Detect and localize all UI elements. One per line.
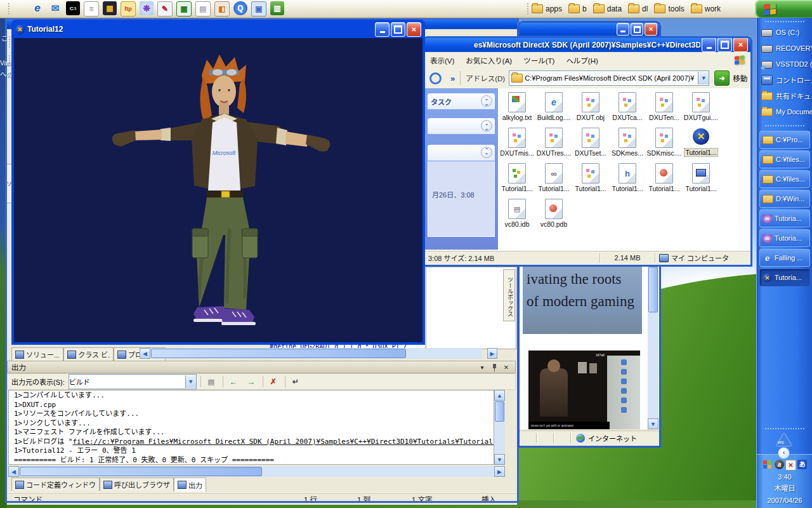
file-item[interactable]: BuildLog....	[536, 92, 572, 128]
scroll-thumb[interactable]	[151, 349, 406, 358]
file-item[interactable]: DXUTmis...	[499, 128, 535, 163]
explorer-titlebar[interactable]: es¥Microsoft DirectX SDK (April 2007)¥Sa…	[424, 37, 750, 52]
quick-launch-icon[interactable]: ✉	[48, 1, 62, 15]
file-item[interactable]: alkylog.txt	[499, 92, 535, 128]
quick-launch-icon[interactable]: Q	[233, 1, 247, 15]
taskbar-window-button[interactable]: C:¥files...	[759, 150, 810, 168]
output-vertical-scrollbar[interactable]: ▲ ▼	[494, 390, 505, 465]
quick-launch-icon[interactable]: ❋	[140, 1, 154, 15]
vs-tool-window-tab[interactable]: クラス ビ.	[63, 347, 114, 361]
toolbar-overflow-chevron[interactable]: »	[450, 74, 455, 83]
scroll-up-arrow[interactable]: ▲	[494, 390, 505, 401]
toolbar-grip[interactable]	[527, 3, 529, 15]
close-icon[interactable]: ✕	[501, 363, 511, 372]
vs-toolbox-tab[interactable]: ツールボックス	[503, 269, 515, 321]
menu-item[interactable]: 表示(V)	[424, 55, 460, 65]
page-video-thumbnail[interactable]: 187a6 times isn't yet with or animator	[528, 351, 640, 429]
output-log-text[interactable]: 1>コンパイルしています... 1>DXUT.cpp 1>リソースをコンパイルし…	[8, 390, 494, 465]
quick-launch-icon[interactable]: ▦	[176, 1, 192, 17]
scroll-left-arrow[interactable]: ◀	[140, 348, 150, 359]
file-item[interactable]: Tutorial1...	[610, 163, 645, 199]
taskbar-grip[interactable]	[764, 124, 805, 127]
taskbar-window-button[interactable]: Tutoria...	[759, 269, 810, 286]
chevron-double-down-icon[interactable]: ⌄⌄	[481, 120, 492, 131]
file-item[interactable]: Tutorial1...	[683, 128, 719, 163]
window-position-icon[interactable]: ▾	[477, 363, 487, 372]
chevron-double-down-icon[interactable]: ⌄⌄	[481, 95, 492, 107]
a-service-tray-icon[interactable]: a	[775, 460, 784, 469]
clear-all-icon[interactable]: ✗	[266, 375, 281, 389]
task-pane-header[interactable]: タスク ⌄⌄	[428, 93, 495, 109]
desktop-toolbar-item[interactable]: RECOVERY	[757, 40, 812, 56]
taskbar-window-button[interactable]: D:¥Win...	[759, 190, 810, 208]
scroll-thumb[interactable]	[648, 267, 658, 312]
taskbar-window-button[interactable]: Tutoria...	[759, 229, 810, 247]
taskbar-window-button[interactable]: C:¥Pro...	[759, 131, 810, 149]
auto-hide-pin-icon[interactable]	[489, 363, 499, 372]
task-pane-header[interactable]: ⌃⌃	[428, 145, 495, 161]
tray-collapse-chevron[interactable]: ‹	[778, 447, 790, 459]
address-bar[interactable]: ▼	[509, 70, 709, 86]
close-button[interactable]: ✕	[733, 37, 748, 52]
find-message-icon[interactable]: ▤	[204, 375, 219, 389]
file-item[interactable]: vc80.pdb	[536, 199, 572, 234]
chevron-double-up-icon[interactable]: ⌃⌃	[481, 147, 492, 158]
minimize-button[interactable]	[617, 23, 629, 36]
windows-update-tray-icon[interactable]	[763, 460, 773, 471]
address-input[interactable]	[525, 74, 698, 82]
quick-launch-icon[interactable]: ftp	[121, 1, 136, 17]
taskbar-grip[interactable]	[764, 20, 805, 23]
desktop-toolbar-item[interactable]: 共有ドキュメン	[757, 88, 812, 104]
folder-shortcut[interactable]: data	[593, 4, 622, 13]
ime-hiragana-tray-icon[interactable]: あ	[797, 460, 807, 469]
toolbar-grip[interactable]	[8, 3, 10, 15]
previous-message-icon[interactable]: ←	[226, 375, 241, 389]
close-button[interactable]: ✕	[645, 23, 657, 36]
output-source-value[interactable]	[69, 378, 185, 385]
maximize-button[interactable]	[717, 37, 732, 52]
taskbar-window-button[interactable]: C:¥files...	[759, 170, 810, 188]
vs-bottom-tab[interactable]: 呼び出しブラウザ	[100, 478, 174, 491]
vs-bottom-tab[interactable]: コード定義ウィンドウ	[11, 478, 100, 491]
ime-caps-tray-icon[interactable]: ✕	[785, 460, 796, 471]
file-item[interactable]: DXUTen...	[646, 92, 682, 128]
maximize-button[interactable]	[391, 22, 405, 37]
desktop-toolbar-item[interactable]: コントロール パ	[757, 72, 812, 88]
quick-launch-icon[interactable]: ▦	[103, 1, 117, 15]
quick-launch-icon[interactable]: C:\	[66, 1, 80, 15]
minimize-button[interactable]	[375, 22, 390, 37]
taskbar-window-button[interactable]: Tutoria...	[759, 210, 810, 227]
editor-horizontal-scrollbar[interactable]: ◀	[140, 348, 482, 359]
folder-shortcut[interactable]: apps	[532, 4, 562, 13]
taskbar-window-button[interactable]: Falling ...	[759, 249, 810, 267]
scroll-down-arrow[interactable]: ▼	[494, 454, 505, 465]
scroll-down-arrow[interactable]: ▼	[648, 418, 658, 429]
file-item[interactable]: SDKmes...	[610, 128, 645, 163]
minimize-button[interactable]	[702, 37, 716, 52]
menu-item[interactable]: お気に入り(A)	[460, 55, 518, 65]
close-button[interactable]: ✕	[407, 22, 421, 37]
scroll-thumb[interactable]	[20, 467, 262, 476]
next-message-icon[interactable]: →	[244, 375, 259, 389]
file-item[interactable]: Tutorial1...	[646, 163, 682, 199]
desktop-toolbar-item[interactable]: My Documen	[757, 104, 812, 119]
browser-titlebar[interactable]: ✕	[520, 22, 659, 36]
file-item[interactable]: Tutorial1...	[499, 163, 535, 199]
folder-shortcut[interactable]: b	[568, 4, 587, 13]
file-item[interactable]: SDKmisc....	[646, 128, 682, 163]
quick-launch-icon[interactable]: e	[30, 1, 44, 15]
file-item[interactable]: vc80.idb	[499, 199, 535, 234]
file-item[interactable]: DXUTgui....	[683, 92, 719, 128]
scroll-right-arrow[interactable]: ▶	[494, 466, 505, 477]
desktop-toolbar-item[interactable]: OS (C:)	[757, 24, 812, 40]
desktop-toolbar-item[interactable]: VSSTDD2 (E	[757, 56, 812, 72]
scroll-right-arrow[interactable]: ▶	[487, 348, 497, 359]
task-pane-header[interactable]: ⌄⌄	[428, 118, 495, 134]
scroll-left-arrow[interactable]: ◀	[8, 466, 19, 477]
output-source-combobox[interactable]: ▼	[69, 374, 197, 389]
file-item[interactable]: DXUTca...	[610, 92, 645, 128]
browser-vertical-scrollbar[interactable]: ▼	[648, 267, 658, 429]
vs-tool-window-tab[interactable]: ソリュー...	[11, 347, 63, 361]
start-button[interactable]	[755, 0, 812, 18]
file-item[interactable]: DXUT.obj	[573, 92, 608, 128]
